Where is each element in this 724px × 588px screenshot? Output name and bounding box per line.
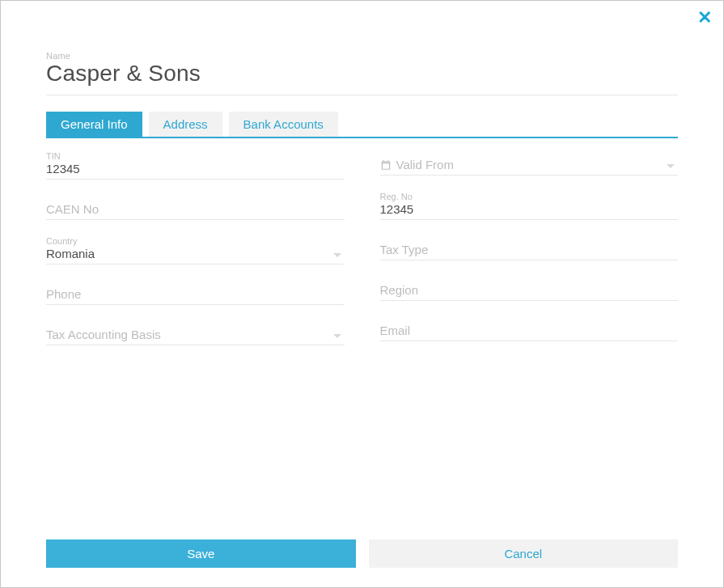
company-modal: ✕ Name Casper & Sons General Info Addres… [0,0,724,588]
form-grid: TIN 12345 CAEN No Country Romania Phone … [46,146,678,357]
modal-body: Name Casper & Sons General Info Address … [1,1,723,357]
name-underline [46,95,678,95]
regno-value: 12345 [380,202,679,216]
form-col-left: TIN 12345 CAEN No Country Romania Phone … [46,146,345,357]
save-button[interactable]: Save [46,539,356,568]
country-label: Country [46,236,345,246]
calendar-icon [380,159,392,171]
phone-placeholder: Phone [46,287,345,301]
tab-bank-accounts[interactable]: Bank Accounts [229,112,338,137]
valid-from-placeholder: Valid From [396,158,454,171]
phone-field[interactable]: Phone [46,276,345,305]
tabs: General Info Address Bank Accounts [46,112,678,138]
footer-actions: Save Cancel [46,539,678,568]
email-placeholder: Email [380,324,679,337]
tax-basis-field[interactable]: Tax Accounting Basis [46,316,345,345]
name-field[interactable]: Name Casper & Sons [46,51,678,87]
chevron-down-icon [667,164,675,168]
regno-field[interactable]: Reg. No 12345 [380,187,679,220]
caen-placeholder: CAEN No [46,202,345,216]
caen-field[interactable]: CAEN No [46,191,345,220]
tax-basis-placeholder: Tax Accounting Basis [46,328,345,341]
tax-type-field[interactable]: Tax Type [380,231,679,260]
tin-field[interactable]: TIN 12345 [46,146,345,180]
tin-label: TIN [46,151,345,161]
name-label: Name [46,51,678,61]
close-icon[interactable]: ✕ [697,9,712,27]
tin-value: 12345 [46,162,345,176]
form-col-right: Valid From Reg. No 12345 Tax Type Region… [380,146,679,357]
tab-address[interactable]: Address [149,112,222,137]
regno-label: Reg. No [380,192,679,201]
tab-general-info[interactable]: General Info [46,112,142,137]
cancel-button[interactable]: Cancel [369,539,679,568]
country-value: Romania [46,247,345,260]
chevron-down-icon [333,253,341,257]
name-value: Casper & Sons [46,61,201,86]
region-placeholder: Region [380,283,679,297]
country-field[interactable]: Country Romania [46,231,345,264]
tax-type-placeholder: Tax Type [380,243,679,256]
chevron-down-icon [333,334,341,338]
valid-from-field[interactable]: Valid From [380,146,679,176]
region-field[interactable]: Region [380,272,679,301]
email-field[interactable]: Email [380,312,679,341]
